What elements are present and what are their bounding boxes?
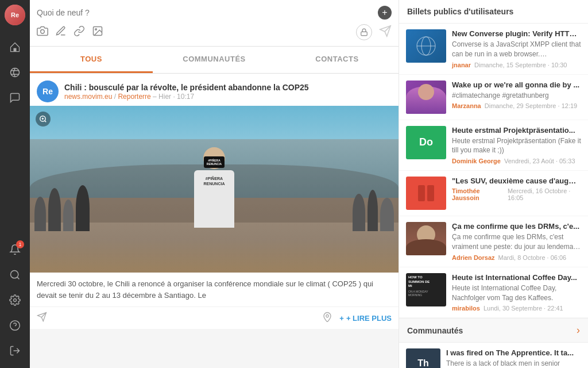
ticket-author: Adrien Dorsaz: [452, 254, 495, 261]
ticket-item[interactable]: "Les SUV, deuxième cause d'augm... Timot…: [399, 171, 588, 216]
svg-point-18: [326, 315, 329, 317]
ball-icon[interactable]: [5, 62, 25, 83]
ticket-body: Ça me confirme que les DRMs, c'e... Ça m…: [452, 222, 581, 261]
community-body: I was fired on The Apprentice. It ta... …: [446, 348, 581, 368]
svg-line-13: [45, 121, 47, 122]
communities-header-title: Communautés: [407, 326, 463, 335]
help-icon[interactable]: [5, 315, 25, 336]
search-icon[interactable]: [5, 264, 25, 285]
post-image: #PIÑERARENUNCIA #PIÑERARENUNCIA: [30, 106, 399, 273]
ticket-desc: Ça me confirme que les DRMs, c'est vraim…: [452, 232, 581, 252]
tab-contacts[interactable]: CONTACTS: [276, 47, 399, 73]
post-excerpt: Mercredi 30 octobre, le Chili a renoncé …: [30, 273, 399, 306]
svg-point-2: [11, 271, 18, 278]
chat-icon[interactable]: [5, 87, 25, 108]
ticket-body: Heute ist International Coffee Day... He…: [452, 273, 581, 312]
link-icon[interactable]: [74, 25, 85, 40]
community-item[interactable]: Th I was fired on The Apprentice. It ta.…: [399, 343, 588, 368]
ticket-date: Dimanche, 29 Septembre · 12:19: [485, 102, 577, 109]
ticket-body: "Les SUV, deuxième cause d'augm... Timot…: [452, 177, 581, 210]
ticket-title: Heute ist International Coffee Day...: [452, 273, 581, 282]
ticket-date: Lundi, 30 Septembre · 22:41: [483, 305, 563, 312]
ticket-title: Ça me confirme que les DRMs, c'e...: [452, 222, 581, 231]
ticket-date: Vendredi, 23 Août · 05:33: [504, 158, 575, 164]
post-source: news.movim.eu / Reporterre – Hier · 10:1…: [64, 93, 392, 101]
ticket-item[interactable]: Wake up or we're all gonna die by ... #c…: [399, 75, 588, 120]
ticket-item[interactable]: Do Heute erstmal Projektpräsentatio... H…: [399, 120, 588, 171]
ticket-date: Mardi, 8 Octobre · 06:06: [498, 254, 567, 261]
ticket-desc: Heute ist International Coffee Day, Nach…: [452, 283, 581, 303]
location-icon[interactable]: [322, 312, 332, 324]
svg-rect-9: [361, 32, 368, 35]
ticket-meta: mirabilos Lundi, 30 Septembre · 22:41: [452, 305, 581, 312]
photo-icon[interactable]: [37, 25, 48, 40]
svg-point-8: [95, 28, 97, 30]
ticket-meta: Marzanna Dimanche, 29 Septembre · 12:19: [452, 102, 581, 109]
main-content: + TOUS COMMUNAUTÉS: [30, 0, 399, 368]
ticket-desc: Converse is a JavaScript XMPP client tha…: [452, 40, 581, 59]
post-source-author[interactable]: Reporterre: [118, 93, 150, 101]
post-footer: + + LIRE PLUS: [30, 306, 399, 329]
community-desc: There is a lack of black men in senior p…: [446, 359, 581, 368]
logout-icon[interactable]: [5, 340, 25, 361]
privacy-button[interactable]: [356, 24, 372, 40]
ticket-meta: Adrien Dorsaz Mardi, 8 Octobre · 06:06: [452, 254, 581, 261]
ticket-date: Mercredi, 16 Octobre · 16:05: [508, 187, 581, 201]
svg-point-4: [14, 299, 17, 302]
ticket-list: New Converse plugin: Verify HTTP ... Con…: [399, 24, 588, 368]
feed: Re Chili : bousculé par la révolte, le p…: [30, 74, 399, 368]
post-title: Chili : bousculé par la révolte, le prés…: [64, 82, 392, 93]
image-icon[interactable]: [92, 25, 103, 40]
ticket-title: New Converse plugin: Verify HTTP ...: [452, 29, 581, 38]
ticket-item[interactable]: New Converse plugin: Verify HTTP ... Con…: [399, 24, 588, 75]
community-thumb: Th: [406, 348, 440, 368]
tab-communautes[interactable]: COMMUNAUTÉS: [153, 47, 276, 73]
ticket-meta: Dominik George Vendredi, 23 Août · 05:33: [452, 158, 581, 164]
svg-point-5: [10, 321, 20, 331]
ticket-title: Heute erstmal Projektpräsentatio...: [452, 126, 581, 135]
communities-section-header[interactable]: Communautés ›: [399, 318, 588, 343]
ticket-date: Dimanche, 15 Septembre · 10:30: [474, 62, 567, 68]
communities-arrow-icon: ›: [577, 324, 580, 336]
ticket-meta: Timothée Jaussoin Mercredi, 16 Octobre ·…: [452, 187, 581, 201]
ticket-item[interactable]: HOW TOSUMMON DEMi ON A MONDAYMORNING Heu…: [399, 267, 588, 319]
ticket-body: Wake up or we're all gonna die by ... #c…: [452, 80, 581, 114]
settings-icon[interactable]: [5, 290, 25, 310]
reply-icon[interactable]: [37, 312, 47, 324]
ticket-body: Heute erstmal Projektpräsentatio... Heut…: [452, 126, 581, 165]
tab-tous[interactable]: TOUS: [30, 47, 153, 73]
composer: +: [30, 0, 399, 47]
right-panel: Billets publics d'utilisateurs New Conve…: [399, 0, 588, 368]
community-title: I was fired on The Apprentice. It ta...: [446, 348, 581, 357]
bell-icon[interactable]: 1: [5, 239, 25, 260]
post-input[interactable]: [37, 8, 378, 17]
post-source-site[interactable]: news.movim.eu: [64, 93, 112, 101]
ticket-desc: #climatechange #gretathunberg: [452, 91, 581, 101]
ticket-meta: jnanar Dimanche, 15 Septembre · 10:30: [452, 62, 581, 68]
send-button[interactable]: [379, 25, 392, 40]
post-card: Re Chili : bousculé par la révolte, le p…: [30, 74, 399, 329]
feed-tabs: TOUS COMMUNAUTÉS CONTACTS: [30, 47, 399, 74]
draw-icon[interactable]: [55, 25, 67, 40]
ticket-title: "Les SUV, deuxième cause d'augm...: [452, 177, 581, 185]
ticket-author: jnanar: [452, 62, 471, 68]
svg-rect-0: [14, 48, 17, 52]
post-datetime: Hier · 10:17: [158, 93, 194, 101]
ticket-author: Marzanna: [452, 102, 481, 109]
read-more-button[interactable]: + + LIRE PLUS: [339, 314, 392, 323]
plus-icon: +: [339, 314, 344, 323]
panel-header: Billets publics d'utilisateurs: [399, 0, 588, 24]
avatar[interactable]: Re: [5, 5, 25, 25]
svg-line-3: [17, 277, 20, 279]
add-post-button[interactable]: +: [378, 6, 392, 20]
ticket-item[interactable]: Ça me confirme que les DRMs, c'e... Ça m…: [399, 216, 588, 267]
ticket-body: New Converse plugin: Verify HTTP ... Con…: [452, 29, 581, 68]
post-author-avatar: Re: [37, 80, 59, 102]
ticket-desc: Heute erstmal Projektpräsentation (Fake …: [452, 136, 581, 156]
ticket-author: mirabilos: [452, 305, 480, 312]
ticket-author: Timothée Jaussoin: [452, 187, 504, 201]
ticket-title: Wake up or we're all gonna die by ...: [452, 80, 581, 89]
zoom-icon[interactable]: [36, 112, 51, 126]
home-icon[interactable]: [5, 37, 25, 57]
sidebar: Re 1: [0, 0, 30, 368]
